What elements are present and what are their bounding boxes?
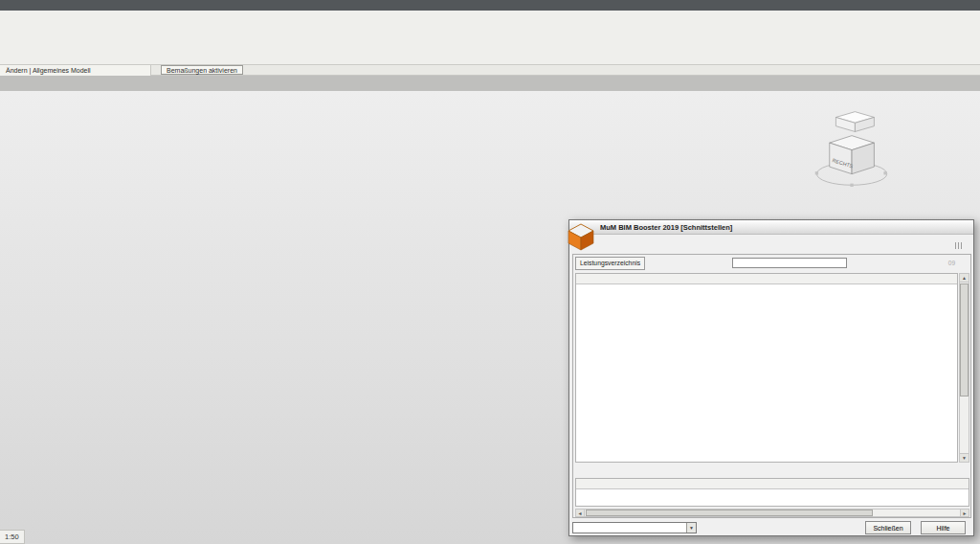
dialog-title: MuM BIM Booster 2019 [Schnittstellen] — [600, 223, 732, 232]
scroll-down-icon[interactable]: ▼ — [960, 453, 969, 462]
revit-application-window: { "menubar": { "tabs": [ {"label": "Date… — [0, 0, 980, 544]
context-tab-aendern[interactable]: Ändern | Allgemeines Modell — [0, 65, 151, 76]
ribbon-tab-bar — [0, 0, 980, 11]
scroll-left-icon[interactable]: ◄ — [576, 510, 585, 516]
scroll-right-icon[interactable]: ► — [960, 510, 969, 516]
tab-leistungsverzeichnis[interactable]: Leistungsverzeichnis — [575, 257, 645, 270]
lv-search-input[interactable] — [732, 258, 847, 268]
lv-table-header — [576, 274, 957, 284]
model-box-element — [835, 112, 874, 132]
ribbon — [0, 11, 980, 65]
hilfe-button[interactable]: Hilfe — [921, 521, 966, 534]
lv-file-combobox[interactable]: ▼ — [572, 522, 697, 533]
mum-logo-icon — [566, 221, 596, 252]
mengen-table-header — [576, 479, 969, 489]
gaeb-panel: Leistungsverzeichnis 09 ▲ ▼ ◄ ► — [572, 254, 971, 518]
schliessen-button[interactable]: Schließen — [865, 521, 911, 534]
scroll-thumb-horizontal[interactable] — [586, 510, 873, 516]
scroll-up-icon[interactable]: ▲ — [960, 274, 969, 283]
dialog-titlebar[interactable]: MuM BIM Booster 2019 [Schnittstellen] — [569, 220, 973, 235]
lv-table — [575, 273, 958, 463]
context-bar: Ändern | Allgemeines Modell Bemaßungen a… — [0, 65, 980, 76]
viewcube[interactable]: RECHTS — [815, 136, 887, 187]
resize-grip-icon — [955, 242, 962, 249]
view-tab-bar — [0, 76, 980, 91]
view-control-bar: 1:50 — [0, 530, 25, 544]
mum-bim-booster-dialog: MuM BIM Booster 2019 [Schnittstellen] Le… — [568, 219, 974, 536]
mengen-table — [575, 478, 969, 507]
chevron-down-icon[interactable]: ▼ — [686, 523, 696, 533]
lv-table-scrollbar[interactable]: ▲ ▼ — [959, 273, 969, 463]
scroll-thumb[interactable] — [960, 283, 969, 397]
view-scale-label[interactable]: 1:50 — [5, 533, 19, 541]
bemassungen-aktivieren-button[interactable]: Bemaßungen aktivieren — [161, 65, 243, 75]
lv-hint-label: 09 — [948, 260, 955, 266]
mengen-scrollbar[interactable]: ◄ ► — [575, 509, 969, 517]
